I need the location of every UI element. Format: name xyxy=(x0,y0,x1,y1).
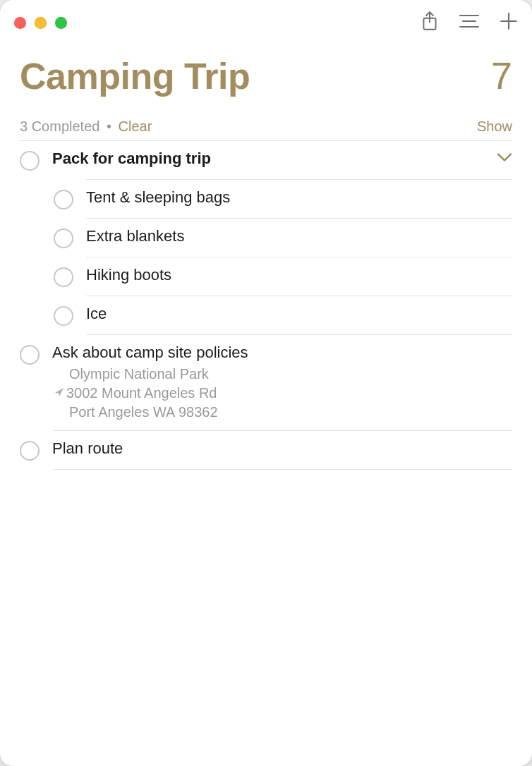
share-icon[interactable] xyxy=(421,11,439,35)
reminder-subitem[interactable]: Ice xyxy=(20,296,512,334)
complete-circle[interactable] xyxy=(20,441,40,461)
complete-circle[interactable] xyxy=(20,151,40,171)
completed-group: 3 Completed • Clear xyxy=(20,118,152,135)
reminder-item[interactable]: Ask about camp site policies Olympic Nat… xyxy=(20,335,512,430)
clear-button[interactable]: Clear xyxy=(119,118,152,134)
subheader-row: 3 Completed • Clear Show xyxy=(0,97,532,140)
complete-circle[interactable] xyxy=(54,229,73,248)
list-header: Camping Trip 7 xyxy=(0,45,532,97)
reminder-subitem[interactable]: Tent & sleeping bags xyxy=(20,180,512,218)
chevron-down-icon[interactable] xyxy=(497,150,512,165)
location-arrow-icon xyxy=(54,384,66,403)
location-street: 3002 Mount Angeles Rd xyxy=(66,385,217,401)
reminder-title: Ice xyxy=(86,305,512,323)
separator-dot: • xyxy=(107,118,111,134)
minimize-window-button[interactable] xyxy=(35,17,47,29)
reminder-subitem[interactable]: Hiking boots xyxy=(20,257,512,296)
add-reminder-icon[interactable] xyxy=(500,12,518,33)
complete-circle[interactable] xyxy=(54,190,73,209)
reminder-title: Pack for camping trip xyxy=(52,150,484,168)
complete-circle[interactable] xyxy=(20,345,40,365)
reminder-title: Ask about camp site policies xyxy=(52,344,512,362)
show-button[interactable]: Show xyxy=(477,118,512,135)
reminder-title: Extra blankets xyxy=(86,227,512,245)
complete-circle[interactable] xyxy=(54,306,73,326)
traffic-lights xyxy=(14,17,67,29)
close-window-button[interactable] xyxy=(14,17,26,29)
zoom-window-button[interactable] xyxy=(55,17,67,29)
reminder-item[interactable]: Pack for camping trip xyxy=(20,141,512,179)
completed-count-label[interactable]: 3 Completed xyxy=(20,118,99,134)
reminders-window: Camping Trip 7 3 Completed • Clear Show … xyxy=(0,0,532,766)
location-city: Port Angeles WA 98362 xyxy=(69,403,512,422)
complete-circle[interactable] xyxy=(54,267,73,287)
reminder-title: Plan route xyxy=(52,439,512,458)
reminder-item[interactable]: Plan route xyxy=(20,431,512,469)
reminder-subitem[interactable]: Extra blankets xyxy=(20,219,512,257)
reminder-title: Hiking boots xyxy=(86,266,512,284)
list-title: Camping Trip xyxy=(20,55,250,97)
reminder-title: Tent & sleeping bags xyxy=(86,188,512,207)
divider xyxy=(54,469,512,470)
toolbar xyxy=(421,11,518,35)
reminder-location[interactable]: Olympic National Park 3002 Mount Angeles… xyxy=(52,365,512,422)
titlebar xyxy=(0,0,532,45)
list-count: 7 xyxy=(491,54,512,97)
reminders-list: Pack for camping trip Tent & sleeping ba… xyxy=(0,140,532,470)
list-style-icon[interactable] xyxy=(459,13,480,32)
location-name: Olympic National Park xyxy=(52,365,512,384)
